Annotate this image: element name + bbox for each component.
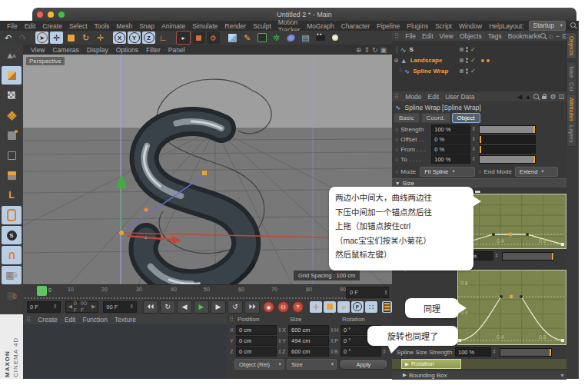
camera-label[interactable]: Perspective bbox=[26, 57, 65, 65]
menu-character[interactable]: Character bbox=[341, 22, 370, 30]
render-visibility-dot[interactable] bbox=[466, 50, 468, 52]
mat-menu-create[interactable]: Create bbox=[38, 316, 58, 324]
last-tool-button[interactable]: ✛ bbox=[94, 32, 107, 44]
stepper-icon[interactable]: ⇕ bbox=[330, 327, 334, 334]
undo-button[interactable]: ↶ bbox=[2, 32, 15, 44]
home-icon[interactable]: ⌂ bbox=[549, 32, 553, 40]
to-field[interactable]: 100 % bbox=[431, 154, 470, 164]
add-primitive-button[interactable] bbox=[226, 32, 239, 44]
range-right-arrow-icon[interactable]: ▶ bbox=[91, 304, 95, 310]
menu-sculpt[interactable]: Sculpt bbox=[253, 22, 271, 30]
render-picture-viewer-button[interactable] bbox=[192, 32, 205, 44]
offset-slider[interactable] bbox=[479, 135, 536, 144]
layer-icon[interactable] bbox=[460, 58, 463, 62]
keyframe-dot-icon[interactable]: ○ bbox=[395, 157, 398, 162]
menu-edit[interactable]: Edit bbox=[25, 22, 36, 30]
menu-help[interactable]: Help bbox=[489, 22, 502, 30]
mode-dropdown[interactable]: Fit Spline▾ bbox=[420, 167, 475, 177]
menu-simulate[interactable]: Simulate bbox=[192, 22, 218, 30]
goto-end-button[interactable]: ⏵⏵ bbox=[244, 300, 260, 314]
menu-select[interactable]: Select bbox=[69, 22, 88, 30]
toggle-view-icon[interactable]: ▣ bbox=[380, 46, 389, 54]
strength-slider[interactable] bbox=[479, 125, 536, 134]
rotation-b-field[interactable]: 0 ° bbox=[341, 347, 381, 357]
axis-workplane-button[interactable]: L bbox=[2, 186, 22, 204]
scroll-down-icon[interactable]: ▼ bbox=[560, 373, 565, 378]
keyframe-selection-button[interactable]: ? bbox=[292, 301, 304, 313]
autokey-button[interactable]: ( ) bbox=[277, 301, 289, 313]
stepper-icon[interactable]: ⇕ bbox=[471, 136, 476, 142]
add-spline-button[interactable]: ✎ bbox=[241, 32, 254, 44]
gear-icon[interactable]: ⚙ bbox=[550, 93, 556, 101]
stepper-icon[interactable]: ⇕ bbox=[471, 126, 476, 132]
cube-edge-button[interactable] bbox=[2, 146, 22, 164]
to-slider[interactable] bbox=[479, 155, 536, 164]
add-deformer-button[interactable] bbox=[284, 32, 297, 44]
play-forward-button[interactable]: ▶ bbox=[194, 300, 209, 314]
mesh-grid-button[interactable] bbox=[2, 106, 22, 124]
position-y-field[interactable]: 0 cm bbox=[236, 336, 277, 346]
phong-tag-icon[interactable] bbox=[481, 59, 484, 62]
rotation-section-header[interactable]: ▶Rotation bbox=[392, 359, 566, 369]
from-field[interactable]: 0 % bbox=[431, 144, 470, 154]
cube-point-button[interactable] bbox=[2, 126, 22, 144]
record-keyframe-button[interactable]: ◉ bbox=[263, 301, 274, 313]
stepper-icon[interactable]: ⇕ bbox=[330, 349, 334, 355]
object-label[interactable]: Landscape bbox=[410, 57, 443, 64]
panel-menu-icon[interactable]: ⊡ bbox=[558, 93, 564, 101]
editor-visibility-dot[interactable] bbox=[466, 68, 468, 71]
spline-size-curve-editor[interactable]: 0.8 0.4 0.4 0.8 bbox=[457, 270, 566, 345]
range-slider[interactable]: ◀0 F90 F▶ bbox=[65, 301, 99, 313]
live-selection-button[interactable]: ➤ bbox=[35, 32, 48, 44]
menu-create[interactable]: Create bbox=[42, 22, 62, 30]
menu-render[interactable]: Render bbox=[224, 22, 246, 30]
apply-button[interactable]: Apply bbox=[339, 359, 388, 370]
layer-icon[interactable] bbox=[460, 69, 463, 73]
vp-menu-view[interactable]: View bbox=[31, 46, 45, 54]
timeline-ruler[interactable]: 0 10 20 30 40 50 60 70 80 90 0 F⇕ bbox=[23, 284, 392, 300]
render-view-button[interactable]: ▸ bbox=[176, 31, 191, 45]
landscape-tool-button[interactable]: ▲▲ bbox=[2, 46, 22, 65]
menu-plugins[interactable]: Plugins bbox=[407, 22, 428, 30]
workplane-mode-button[interactable]: ▦() bbox=[2, 286, 22, 304]
workplane-lock-button[interactable]: ▦ bbox=[2, 266, 22, 284]
om-menu-bookmarks[interactable]: Bookmarks bbox=[508, 32, 541, 40]
render-visibility-dot[interactable] bbox=[466, 61, 468, 63]
am-menu-user-data[interactable]: User Data bbox=[445, 93, 474, 101]
render-visibility-dot[interactable] bbox=[466, 71, 468, 74]
render-settings-button[interactable]: ⚙ bbox=[207, 32, 220, 44]
y-axis-lock-button[interactable]: Y bbox=[128, 32, 141, 44]
add-mograph-button[interactable]: ✲ bbox=[270, 32, 283, 44]
vp-menu-options[interactable]: Options bbox=[116, 46, 138, 54]
minimize-panel-icon[interactable]: − bbox=[556, 32, 560, 40]
spline-size-strength-slider[interactable] bbox=[500, 348, 552, 357]
keyframe-dot-icon[interactable]: ○ bbox=[395, 137, 398, 142]
position-z-field[interactable]: 0 cm bbox=[236, 347, 277, 357]
keyframe-dot-icon[interactable]: ○ bbox=[395, 147, 398, 152]
range-left-arrow-icon[interactable]: ◀ bbox=[68, 304, 72, 310]
am-menu-mode[interactable]: Mode bbox=[405, 93, 421, 101]
stepper-icon[interactable]: ⇕ bbox=[330, 338, 334, 344]
menu-animate[interactable]: Animate bbox=[161, 22, 185, 30]
stepper-icon[interactable]: ⇕ bbox=[494, 253, 499, 259]
stepper-icon[interactable]: ⇕ bbox=[277, 349, 282, 355]
zoom-view-icon[interactable]: ⇕ bbox=[364, 46, 372, 54]
om-menu-edit[interactable]: Edit bbox=[422, 32, 434, 40]
vp-menu-cameras[interactable]: Cameras bbox=[52, 46, 78, 54]
tab-object[interactable]: Object bbox=[452, 113, 480, 123]
play-reverse-button[interactable]: ↺ bbox=[228, 300, 243, 314]
stepper-icon[interactable]: ⇕ bbox=[471, 156, 476, 162]
z-axis-lock-button[interactable]: Z bbox=[142, 32, 155, 44]
menu-snap[interactable]: Snap bbox=[139, 22, 154, 30]
menu-file[interactable]: File bbox=[7, 22, 18, 30]
x-axis-lock-button[interactable]: X bbox=[113, 32, 126, 44]
end-frame-input[interactable]: 90 F⇕ bbox=[103, 301, 137, 313]
layout-dropdown[interactable]: Startup▾ bbox=[529, 21, 566, 31]
tab-coord[interactable]: Coord. bbox=[421, 113, 450, 123]
stepper-icon[interactable]: ⇕ bbox=[384, 290, 388, 296]
object-label[interactable]: Spline Wrap bbox=[413, 68, 448, 75]
size-x-field[interactable]: 600 cm bbox=[288, 325, 329, 335]
tab-content[interactable]: Cor bbox=[566, 78, 576, 95]
stepper-icon[interactable]: ⇕ bbox=[471, 146, 476, 152]
object-row-landscape[interactable]: ⊕ ▲ Landscape ✓ bbox=[392, 55, 566, 65]
